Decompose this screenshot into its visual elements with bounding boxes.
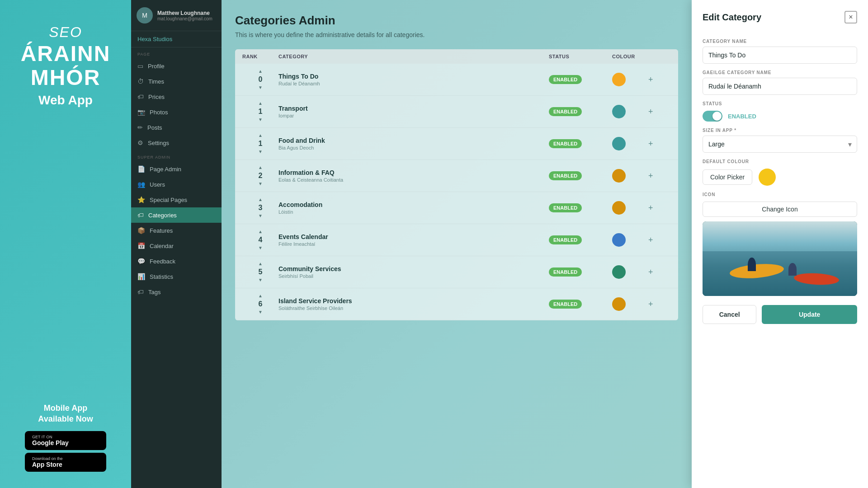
edit-button[interactable]: + <box>648 300 653 309</box>
studio-name: Hexa Studios <box>131 31 222 47</box>
sidebar-item-feedback[interactable]: 💬Feedback <box>131 253 222 269</box>
category-name: Things To Do <box>278 73 549 80</box>
category-name: Events Calendar <box>278 233 549 240</box>
gaeilge-name-input[interactable] <box>703 78 857 95</box>
rank-down-button[interactable]: ▼ <box>258 310 263 314</box>
features-icon: 📦 <box>137 227 145 234</box>
table-row: ▲ 1 ▼ Food and Drink Bia Agus Deoch ENAB… <box>235 128 678 160</box>
change-icon-button[interactable]: Change Icon <box>703 202 857 217</box>
color-dot[interactable] <box>612 169 626 183</box>
status-badge: ENABLED <box>549 235 582 244</box>
sidebar-item-times[interactable]: ⏱Times <box>131 74 222 89</box>
rank-up-button[interactable]: ▲ <box>258 165 263 170</box>
toggle-knob <box>712 112 722 121</box>
edit-panel: Edit Category × CATEGORY NAME GAEILGE CA… <box>692 0 868 488</box>
color-dot[interactable] <box>612 137 626 150</box>
edit-button[interactable]: + <box>648 75 653 84</box>
color-picker-button[interactable]: Color Picker <box>703 169 752 185</box>
apple-store-button[interactable]: Download on the App Store <box>25 453 106 472</box>
sidebar-item-page-admin[interactable]: 📄Page Admin <box>131 161 222 177</box>
mobile-app-section: Mobile App Available Now GET IT ON Googl… <box>25 403 106 474</box>
color-dot[interactable] <box>612 201 626 215</box>
color-dot[interactable] <box>612 265 626 279</box>
status-text: ENABLED <box>728 113 756 120</box>
sidebar-item-tags[interactable]: 🏷Tags <box>131 284 222 300</box>
rank-down-button[interactable]: ▼ <box>258 150 263 154</box>
panel-footer: Cancel Update <box>703 305 857 324</box>
photos-icon: 📷 <box>137 108 145 116</box>
edit-button[interactable]: + <box>648 235 653 245</box>
edit-button[interactable]: + <box>648 107 653 117</box>
rank-down-button[interactable]: ▼ <box>258 246 263 250</box>
color-dot[interactable] <box>612 297 626 311</box>
users-icon: 👥 <box>137 181 145 188</box>
sidebar-item-users[interactable]: 👥Users <box>131 177 222 192</box>
category-sub: Eolas & Ceisteanna Coitianta <box>278 177 549 183</box>
sidebar-item-categories[interactable]: 🏷Categories <box>131 207 222 223</box>
edit-button[interactable]: + <box>648 267 653 277</box>
sidebar-item-prices[interactable]: 🏷Prices <box>131 89 222 104</box>
category-name: Community Services <box>278 265 549 272</box>
user-section: M Matthew Loughnane mat.loughnane@gmail.… <box>131 0 222 31</box>
settings-icon: ⚙ <box>137 139 143 146</box>
rank-up-button[interactable]: ▲ <box>258 294 263 298</box>
rank-cell: ▲ 4 ▼ <box>242 230 278 250</box>
rank-down-button[interactable]: ▼ <box>258 278 263 282</box>
edit-button[interactable]: + <box>648 171 653 181</box>
rank-down-button[interactable]: ▼ <box>258 85 263 90</box>
rank-up-button[interactable]: ▲ <box>258 230 263 234</box>
rank-up-button[interactable]: ▲ <box>258 262 263 266</box>
table-row: ▲ 6 ▼ Island Service Providers Soláthrai… <box>235 288 678 320</box>
sidebar-item-features[interactable]: 📦Features <box>131 223 222 238</box>
category-name: Accomodation <box>278 201 549 208</box>
color-dot[interactable] <box>612 105 626 118</box>
sidebar-item-calendar[interactable]: 📅Calendar <box>131 238 222 253</box>
color-dot[interactable] <box>612 233 626 247</box>
rank-down-button[interactable]: ▼ <box>258 214 263 218</box>
brand-logo: seo ÁRAINN MHÓR Web App <box>21 18 111 108</box>
rank-up-button[interactable]: ▲ <box>258 133 263 138</box>
categories-icon: 🏷 <box>137 211 144 219</box>
color-picker-row: Color Picker <box>703 169 857 186</box>
rank-up-button[interactable]: ▲ <box>258 69 263 74</box>
rank-down-button[interactable]: ▼ <box>258 117 263 122</box>
status-label: STATUS <box>703 101 857 106</box>
update-button[interactable]: Update <box>762 305 857 324</box>
edit-panel-title: Edit Category <box>703 12 761 23</box>
category-name-label: CATEGORY NAME <box>703 39 857 44</box>
status-badge: ENABLED <box>549 203 582 212</box>
google-play-button[interactable]: GET IT ON Google Play <box>25 431 106 450</box>
edit-button[interactable]: + <box>648 139 653 149</box>
color-dot[interactable] <box>612 73 626 86</box>
rank-cell: ▲ 3 ▼ <box>242 197 278 218</box>
rank-cell: ▲ 6 ▼ <box>242 294 278 314</box>
category-name-input[interactable] <box>703 47 857 64</box>
sidebar-item-special-pages[interactable]: ⭐Special Pages <box>131 192 222 207</box>
size-select[interactable]: Small Medium Large Extra Large <box>703 136 857 153</box>
gaeilge-label: GAEILGE CATEGORY NAME <box>703 70 857 75</box>
rank-up-button[interactable]: ▲ <box>258 197 263 202</box>
rank-down-button[interactable]: ▼ <box>258 182 263 186</box>
mobile-app-text: Mobile App Available Now <box>25 403 106 424</box>
posts-icon: ✏ <box>137 124 143 131</box>
status-badge: ENABLED <box>549 75 582 84</box>
status-badge: ENABLED <box>549 171 582 180</box>
close-button[interactable]: × <box>844 11 857 23</box>
category-sub: Iompar <box>278 113 549 118</box>
rank-up-button[interactable]: ▲ <box>258 101 263 106</box>
colour-header: COLOUR <box>612 54 648 59</box>
sidebar-item-posts[interactable]: ✏Posts <box>131 120 222 135</box>
edit-button[interactable]: + <box>648 203 653 213</box>
sidebar-item-settings[interactable]: ⚙Settings <box>131 135 222 150</box>
water-overlay <box>703 251 857 296</box>
person-shape-1 <box>748 258 756 271</box>
sidebar-item-statistics[interactable]: 📊Statistics <box>131 269 222 284</box>
status-badge: ENABLED <box>549 300 582 309</box>
sidebar-item-photos[interactable]: 📷Photos <box>131 104 222 120</box>
sidebar-item-profile[interactable]: ▭Profile <box>131 58 222 74</box>
category-sub: Lóistín <box>278 209 549 215</box>
status-toggle[interactable] <box>703 111 722 122</box>
main-area: M Matthew Loughnane mat.loughnane@gmail.… <box>131 0 868 488</box>
edit-panel-header: Edit Category × <box>703 11 857 23</box>
cancel-button[interactable]: Cancel <box>703 305 756 324</box>
